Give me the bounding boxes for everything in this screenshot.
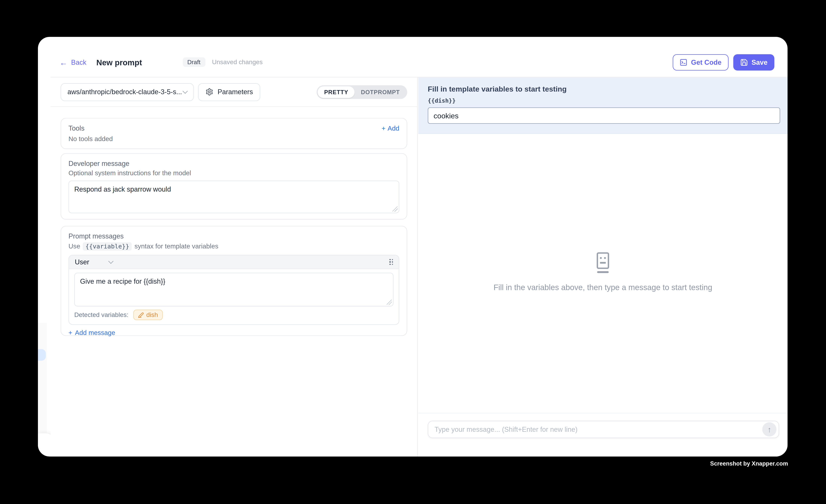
prompt-tester-panel: Fill in template variables to start test… [418, 77, 787, 456]
parameters-button[interactable]: Parameters [198, 83, 260, 101]
header: ← Back New prompt Draft Unsaved changes … [51, 37, 787, 77]
model-selector-value: aws/anthropic/bedrock-claude-3-5-s... [67, 88, 183, 96]
template-syntax-hint: Use {{variable}} syntax for template var… [68, 242, 399, 251]
watermark: Screenshot by Xnapper.com [710, 460, 788, 467]
detected-variables-row: Detected variables: dish [74, 309, 394, 321]
resize-handle-icon[interactable] [393, 206, 398, 212]
hint-suffix: syntax for template variables [134, 243, 218, 250]
save-label: Save [752, 58, 767, 66]
message-textarea[interactable]: Give me a recipe for {{dish}} [74, 273, 394, 307]
chevron-down-icon [182, 88, 188, 94]
toggle-pretty[interactable]: PRETTY [318, 86, 355, 98]
page-title: New prompt [96, 58, 142, 67]
add-message-label: Add message [75, 329, 115, 336]
chevron-down-icon [109, 259, 114, 264]
back-button[interactable]: ← Back [60, 58, 86, 66]
add-message-button[interactable]: + Add message [68, 329, 115, 336]
add-tool-button[interactable]: + Add [381, 125, 399, 132]
terminal-icon [680, 58, 687, 66]
resize-handle-icon[interactable] [387, 300, 392, 305]
plus-icon: + [68, 329, 72, 336]
message-header: User [69, 255, 399, 269]
model-selector[interactable]: aws/anthropic/bedrock-claude-3-5-s... [61, 83, 194, 101]
chat-input-bar: ↑ [418, 413, 787, 456]
app-window: ← Back New prompt Draft Unsaved changes … [38, 37, 787, 456]
get-code-label: Get Code [691, 58, 721, 66]
toggle-dotprompt[interactable]: DOTPROMPT [355, 86, 406, 98]
get-code-button[interactable]: Get Code [672, 54, 728, 70]
tools-card: Tools + Add No tools added [61, 118, 407, 149]
parameters-label: Parameters [218, 88, 253, 96]
variable-badge-label: dish [146, 311, 158, 318]
header-actions: Get Code Save [672, 54, 774, 70]
up-arrow-icon: ↑ [767, 425, 771, 434]
save-button[interactable]: Save [733, 54, 774, 70]
hint-prefix: Use [68, 243, 80, 250]
tester-empty-state: Fill in the variables above, then type a… [418, 252, 787, 292]
save-icon [740, 58, 748, 66]
dish-variable-label: {{dish}} [428, 98, 778, 104]
tools-title: Tools [68, 124, 84, 132]
fill-variables-title: Fill in template variables to start test… [428, 85, 778, 93]
gear-icon [205, 88, 213, 96]
variable-badge-dish[interactable]: dish [133, 310, 163, 320]
collapsed-sidebar-active-item [38, 349, 46, 361]
add-tool-label: Add [388, 125, 399, 132]
plus-icon: + [381, 125, 386, 132]
tools-empty-text: No tools added [68, 135, 399, 143]
variable-syntax-chip: {{variable}} [83, 242, 132, 251]
template-variables-section: Fill in template variables to start test… [418, 77, 787, 134]
detected-variables-label: Detected variables: [74, 311, 128, 318]
dish-variable-input[interactable] [428, 107, 780, 124]
collapsed-sidebar-strip [38, 323, 47, 433]
message-role-value: User [75, 258, 89, 266]
back-arrow-icon: ← [60, 58, 67, 66]
message-block: User Give me a recipe for {{dish}} [68, 255, 399, 325]
unsaved-changes-note: Unsaved changes [212, 58, 262, 66]
message-role-select[interactable]: User [75, 258, 113, 266]
chat-input-container: ↑ [428, 421, 779, 438]
prompt-messages-title: Prompt messages [68, 232, 399, 240]
developer-message-card: Developer message Optional system instru… [61, 153, 407, 220]
prompt-editor-panel: aws/anthropic/bedrock-claude-3-5-s... Pa… [51, 77, 418, 456]
drag-handle-icon[interactable] [389, 259, 393, 265]
model-toolbar: aws/anthropic/bedrock-claude-3-5-s... Pa… [51, 77, 417, 107]
back-label: Back [71, 58, 86, 66]
send-message-button[interactable]: ↑ [762, 422, 776, 436]
chat-message-input[interactable] [434, 425, 762, 433]
view-mode-toggle: PRETTY DOTPROMPT [317, 85, 407, 99]
status-badge: Draft [183, 57, 205, 67]
developer-message-subtitle: Optional system instructions for the mod… [68, 170, 399, 177]
prompt-messages-card: Prompt messages Use {{variable}} syntax … [61, 226, 407, 336]
screen: ← Back New prompt Draft Unsaved changes … [0, 0, 826, 504]
bot-face-icon [596, 252, 609, 274]
developer-message-textarea[interactable]: Respond as jack sparrow would [68, 181, 399, 213]
developer-message-title: Developer message [68, 160, 399, 167]
pencil-icon [138, 312, 143, 318]
tester-empty-text: Fill in the variables above, then type a… [418, 283, 787, 292]
